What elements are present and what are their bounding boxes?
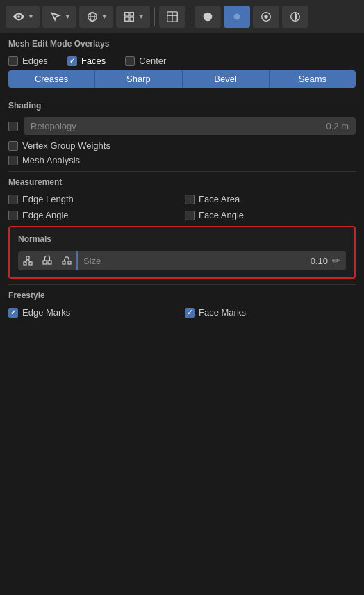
divider-3 xyxy=(8,284,356,285)
arrow-icon xyxy=(48,9,63,24)
shading-title: Shading xyxy=(8,101,356,111)
eye-button[interactable]: ▼ xyxy=(6,6,40,28)
vertex-weights-checkbox[interactable] xyxy=(8,141,18,151)
svg-rect-5 xyxy=(124,17,128,20)
divider-2 xyxy=(8,171,356,172)
toolbar-separator-2 xyxy=(190,7,190,26)
svg-rect-18 xyxy=(26,256,29,259)
svg-point-10 xyxy=(203,12,212,21)
svg-rect-3 xyxy=(124,12,128,15)
svg-line-26 xyxy=(48,256,50,257)
edge-mode-sharp[interactable]: Sharp xyxy=(94,70,181,88)
edge-length-checkbox[interactable] xyxy=(8,195,18,204)
normals-edit-icon: ✏ xyxy=(332,255,340,266)
edge-mode-seams[interactable]: Seams xyxy=(269,70,356,88)
svg-point-12 xyxy=(233,13,240,19)
mesh-analysis-wrap[interactable]: Mesh Analysis xyxy=(8,155,356,165)
eye-dropdown-icon: ▼ xyxy=(28,13,34,20)
edge-angle-checkbox[interactable] xyxy=(8,211,18,220)
sphere3-btn[interactable] xyxy=(253,6,279,28)
svg-rect-4 xyxy=(130,12,133,15)
freestyle-marks-row: Edge Marks Face Marks xyxy=(8,307,356,318)
normals-size-label: Size xyxy=(83,256,101,266)
svg-rect-28 xyxy=(68,261,71,264)
edge-marks-checkbox[interactable] xyxy=(8,308,18,318)
svg-rect-6 xyxy=(130,17,133,20)
sphere1-btn[interactable] xyxy=(195,6,221,28)
edge-length-label: Edge Length xyxy=(22,194,74,204)
face-marks-checkbox[interactable] xyxy=(185,308,195,318)
select-icon xyxy=(122,9,137,24)
retopology-field[interactable]: Retopology 0.2 m xyxy=(24,117,356,135)
faces-label: Faces xyxy=(81,56,106,66)
face-marks-label: Face Marks xyxy=(199,307,246,318)
normals-title: Normals xyxy=(18,234,346,244)
edge-mode-creases[interactable]: Creases xyxy=(8,70,94,88)
svg-rect-17 xyxy=(29,262,32,265)
faces-checkbox[interactable] xyxy=(67,56,77,66)
edges-checkbox[interactable] xyxy=(8,56,18,66)
svg-line-25 xyxy=(45,256,47,257)
mesh-analysis-checkbox[interactable] xyxy=(8,156,18,165)
edge-angle-wrap[interactable]: Edge Angle xyxy=(8,210,179,220)
edges-checkbox-wrap[interactable]: Edges xyxy=(8,56,48,66)
edge-angle-label: Edge Angle xyxy=(22,210,69,220)
eye-icon xyxy=(11,9,26,24)
retopology-row: Retopology 0.2 m xyxy=(8,117,356,135)
face-area-label: Face Area xyxy=(199,194,240,204)
svg-line-29 xyxy=(64,257,65,261)
center-checkbox[interactable] xyxy=(125,56,135,66)
toolbar-separator-1 xyxy=(154,7,155,26)
retopology-label: Retopology xyxy=(31,121,76,131)
edges-label: Edges xyxy=(22,56,48,66)
svg-point-14 xyxy=(264,15,267,18)
faces-checkbox-wrap[interactable]: Faces xyxy=(67,56,106,66)
sphere4-icon xyxy=(288,9,303,24)
svg-rect-16 xyxy=(24,262,26,265)
display-options-row: Edges Faces Center xyxy=(8,56,356,66)
edge-length-wrap[interactable]: Edge Length xyxy=(8,194,179,204)
vertex-weights-wrap[interactable]: Vertex Group Weights xyxy=(8,140,356,151)
normals-size-value: 0.10 xyxy=(311,256,328,266)
svg-rect-21 xyxy=(43,261,47,264)
normals-section: Normals xyxy=(8,226,356,279)
section-title: Mesh Edit Mode Overlays xyxy=(8,39,356,49)
mesh-analysis-label: Mesh Analysis xyxy=(22,155,80,165)
measurement-title: Measurement xyxy=(8,177,356,187)
normals-size-field[interactable]: Size 0.10 ✏ xyxy=(78,251,346,270)
arrow-button[interactable]: ▼ xyxy=(42,6,76,28)
divider-1 xyxy=(8,95,356,95)
normal-face-btn[interactable] xyxy=(38,251,57,270)
vertex-weights-label: Vertex Group Weights xyxy=(22,140,110,151)
svg-rect-27 xyxy=(63,261,65,264)
edge-marks-wrap[interactable]: Edge Marks xyxy=(8,307,179,318)
face-angle-wrap[interactable]: Face Angle xyxy=(185,210,356,220)
sphere2-btn[interactable] xyxy=(224,6,250,28)
face-angle-label: Face Angle xyxy=(199,210,244,220)
edge-marks-label: Edge Marks xyxy=(22,307,70,318)
face-area-checkbox[interactable] xyxy=(185,195,195,204)
measurement-grid: Edge Length Face Area Edge Angle Face An… xyxy=(8,194,356,220)
freestyle-title: Freestyle xyxy=(8,291,356,300)
viewport-btn[interactable] xyxy=(159,6,185,28)
retopology-checkbox[interactable] xyxy=(8,122,18,131)
svg-line-19 xyxy=(25,259,28,262)
face-angle-checkbox[interactable] xyxy=(185,211,195,220)
normal-vertex-btn[interactable] xyxy=(18,251,38,270)
sphere4-btn[interactable] xyxy=(282,6,308,28)
edge-mode-bevel[interactable]: Bevel xyxy=(182,70,269,88)
face-area-wrap[interactable]: Face Area xyxy=(185,194,356,204)
freestyle-section: Freestyle Edge Marks Face Marks xyxy=(8,291,356,318)
svg-line-20 xyxy=(28,259,31,262)
normal-split-btn[interactable] xyxy=(57,251,76,270)
sphere3-icon xyxy=(258,9,274,24)
select-button[interactable]: ▼ xyxy=(116,6,150,28)
viewport-icon xyxy=(165,9,180,24)
center-label: Center xyxy=(139,56,166,66)
face-marks-wrap[interactable]: Face Marks xyxy=(185,307,356,318)
retopology-value: 0.2 m xyxy=(326,121,349,131)
arrow-dropdown-icon: ▼ xyxy=(65,13,71,20)
globe-button[interactable]: ▼ xyxy=(79,6,113,28)
center-checkbox-wrap[interactable]: Center xyxy=(125,56,166,66)
svg-line-30 xyxy=(68,257,69,261)
